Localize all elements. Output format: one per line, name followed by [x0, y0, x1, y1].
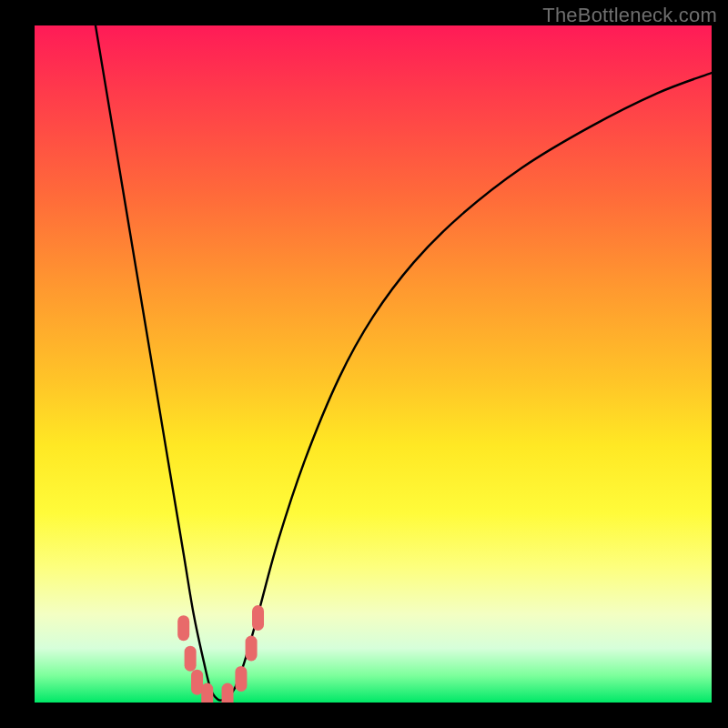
- curve-marker: [252, 605, 264, 631]
- curve-marker: [185, 646, 197, 672]
- chart-frame: TheBottleneck.com: [0, 0, 728, 728]
- curve-marker: [177, 615, 189, 641]
- curve-marker: [222, 683, 234, 703]
- curve-marker: [235, 666, 247, 692]
- plot-area: [35, 25, 712, 703]
- bottleneck-curve-svg: [35, 25, 712, 703]
- curve-marker: [191, 670, 203, 695]
- bottleneck-curve-path: [96, 25, 712, 701]
- curve-marker: [246, 635, 258, 661]
- curve-marker: [201, 683, 213, 703]
- curve-markers: [177, 605, 264, 703]
- watermark-text: TheBottleneck.com: [542, 4, 717, 27]
